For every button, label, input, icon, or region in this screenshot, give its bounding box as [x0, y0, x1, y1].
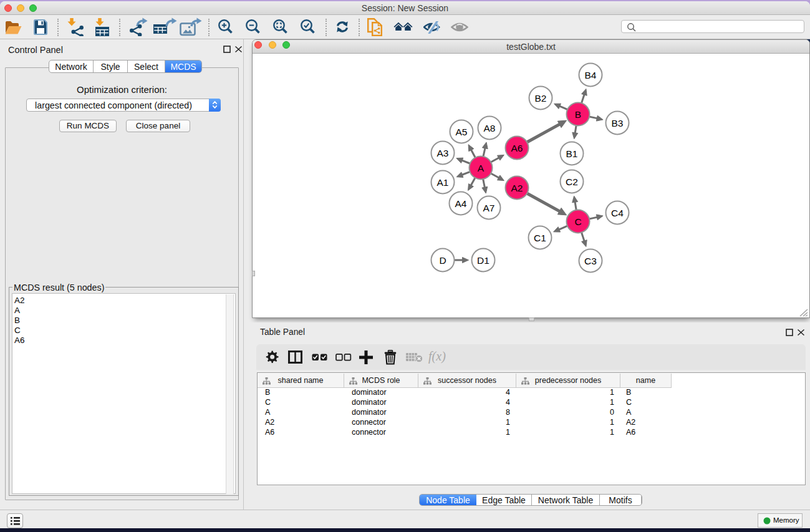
svg-text:A: A: [478, 163, 485, 173]
svg-text:A7: A7: [483, 203, 495, 213]
svg-text:C2: C2: [566, 177, 578, 187]
svg-text:A6: A6: [511, 143, 523, 153]
svg-text:C1: C1: [534, 233, 546, 243]
svg-text:B4: B4: [585, 70, 597, 80]
svg-text:C: C: [574, 216, 581, 227]
svg-text:C3: C3: [584, 256, 597, 266]
svg-text:C4: C4: [611, 208, 624, 218]
svg-text:B3: B3: [612, 118, 624, 128]
svg-text:A4: A4: [455, 198, 467, 209]
svg-text:D: D: [439, 255, 446, 266]
svg-text:B1: B1: [566, 148, 578, 159]
svg-text:A5: A5: [456, 127, 468, 137]
svg-text:D1: D1: [477, 255, 489, 266]
svg-text:B2: B2: [535, 93, 547, 104]
svg-text:A1: A1: [437, 177, 449, 188]
svg-text:A2: A2: [511, 183, 523, 193]
svg-text:A8: A8: [484, 123, 496, 133]
svg-text:B: B: [575, 109, 581, 120]
svg-text:A3: A3: [437, 148, 449, 158]
